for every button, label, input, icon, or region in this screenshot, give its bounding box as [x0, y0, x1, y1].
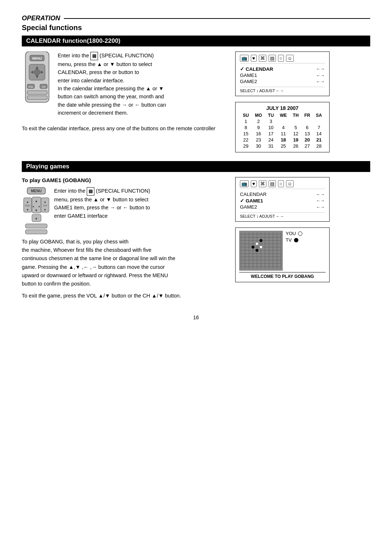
gobang-board-svg [239, 231, 283, 271]
gobang-text5: upward or downward or leftward or rightw… [22, 271, 224, 280]
menu-panel-icons: 📺 ♥ ⌘ ▤ ○ ☺ [240, 55, 325, 63]
col-th: TH [290, 112, 302, 118]
gobang-inner: YOU TV [239, 231, 326, 271]
col-tu: TU [265, 112, 277, 118]
calendar-menu-item-calendar: ✓ CALENDAR ←→ [240, 66, 325, 72]
remote-icon-calendar: MENU VOL CH [22, 52, 53, 106]
games-icon-settings: ⌘ [259, 180, 266, 187]
cal-11: 11 [277, 131, 290, 137]
calendar-menu-panel: 📺 ♥ ⌘ ▤ ○ ☺ ✓ CALENDAR ←→ GAME1 ←→ GAME2… [235, 52, 330, 96]
special-functions-title: Special functions [22, 24, 370, 32]
games-icon-signal: ♥ [251, 180, 257, 187]
cal-7: 7 [313, 124, 325, 131]
games-game1-arrow: ←→ [316, 198, 325, 203]
icon-info: ○ [278, 55, 284, 62]
calendar-row-5: 29 30 31 25 26 27 28 [240, 143, 325, 149]
svg-text:VOL: VOL [25, 204, 31, 207]
operation-title: OPERATION [22, 15, 60, 22]
games-menu-icons: 📺 ♥ ⌘ ▤ ○ ☺ [240, 180, 325, 189]
gobang-you-row: YOU [286, 231, 302, 236]
calendar-exit-text: To exit the calendar interface, press an… [22, 124, 224, 132]
svg-rect-33 [25, 230, 47, 234]
svg-rect-14 [27, 96, 47, 99]
games-calendar-label: CALENDAR [240, 192, 267, 197]
calendar-row-2: 8 9 10 4 5 6 7 [240, 124, 325, 131]
calendar-arrow-text: the date while pressing the → or ← butto… [58, 101, 224, 109]
menu-press-text: menu, press the ▲ or ▼ button to select [58, 60, 224, 68]
gobang-welcome: WELCOME TO PLAY GOBANG [239, 272, 326, 279]
svg-text:▼: ▼ [35, 209, 38, 212]
cal-13: 13 [302, 131, 313, 137]
calendar-instructions: Enter into the ▤ (SPECIAL FUNCTION) menu… [58, 52, 224, 117]
enter-calendar-text: enter into calendar interface. [58, 77, 224, 85]
calendar-row-3: 15 16 17 11 12 13 14 [240, 131, 325, 137]
gobang-you-piece [298, 231, 302, 236]
calendar-section-content: MENU VOL CH [22, 52, 370, 152]
cal-3: 3 [265, 118, 277, 124]
cal-1: 1 [240, 118, 252, 124]
gobang-text4: game. Pressing the ▲,▼ ,← ,→ buttons can… [22, 263, 224, 271]
games-game1-label: ✓ GAME1 [240, 198, 263, 204]
calendar-item-arrow: ←→ [316, 66, 325, 71]
svg-text:▼: ▼ [26, 208, 29, 212]
col-fr: FR [302, 112, 313, 118]
gobang-info: YOU TV [286, 231, 302, 243]
cal-27: 27 [302, 143, 313, 149]
sf-label-game: (SPECIAL FUNCTION) [94, 188, 150, 194]
game2-item-arrow: ←→ [316, 79, 325, 84]
calendar-right: 📺 ♥ ⌘ ▤ ○ ☺ ✓ CALENDAR ←→ GAME1 ←→ GAME2… [235, 52, 370, 152]
exit-game-text-content: To exit the game, press the VOL ▲/▼ butt… [22, 293, 181, 299]
cal-31: 31 [265, 143, 277, 149]
game-item-text: GAME1 item, press the → or ← button to [54, 204, 224, 212]
gobang-description: To play GOBANG, that is, you play chess … [22, 238, 224, 288]
sf-icon-game: ▤ [87, 187, 94, 196]
cal-empty3 [302, 118, 313, 124]
svg-text:▼: ▼ [44, 208, 46, 212]
svg-text:CH: CH [43, 204, 47, 207]
sf-icon-calendar: ▤ [90, 52, 98, 60]
operation-line [64, 18, 370, 19]
cal-21: 21 [313, 137, 325, 143]
games-icon-special: ▤ [269, 180, 276, 187]
gobang-subsection-title: To play GAME1 (GOBANG) [22, 177, 224, 183]
svg-text:CH: CH [42, 86, 45, 88]
games-calendar-arrow: ←→ [316, 192, 325, 197]
calendar-menu-item-game1: GAME1 ←→ [240, 72, 325, 78]
cal-16: 16 [252, 131, 265, 137]
svg-text:MENU: MENU [32, 57, 42, 60]
calendar-menu-footer: SELECT ↕ ADJUST ←→ [240, 87, 325, 93]
exit-game-text: To exit the game, press the VOL ▲/▼ butt… [22, 292, 224, 300]
cal-26: 26 [290, 143, 302, 149]
calendar-section-bar: CALENDAR function(1800-2200) [22, 36, 370, 46]
svg-text:MENU: MENU [31, 189, 41, 193]
cal-20: 20 [302, 137, 313, 143]
game-instructions: Enter into the ▤ (SPECIAL FUNCTION) menu… [54, 187, 224, 230]
cal-8: 8 [240, 124, 252, 131]
games-icon-tv: 📺 [240, 180, 249, 187]
calendar-table: SU MO TU WE TH FR SA 1 2 3 [240, 112, 325, 149]
col-mo: MO [252, 112, 265, 118]
calendar-row-4: 22 23 24 18 19 20 21 [240, 137, 325, 143]
cal-9: 9 [252, 124, 265, 131]
games-section: Playing games To play GAME1 (GOBANG) MEN… [22, 161, 370, 300]
cal-empty4 [313, 118, 325, 124]
game-enter-text: Enter into the [54, 188, 87, 194]
games-menu-panel: 📺 ♥ ⌘ ▤ ○ ☺ CALENDAR ←→ ✓ GAME1 ←→ GAME2 [235, 177, 330, 222]
games-menu-item-game2: GAME2 ←→ [240, 204, 325, 210]
cal-4: 4 [277, 124, 290, 131]
cal-2: 2 [252, 118, 265, 124]
svg-point-59 [256, 249, 258, 252]
gobang-text3: continuous chessmen at the same line or … [22, 254, 224, 263]
games-menu-item-calendar: CALENDAR ←→ [240, 191, 325, 197]
cal-15: 15 [240, 131, 252, 137]
icon-tv: 📺 [240, 55, 249, 62]
col-sa: SA [313, 112, 325, 118]
sf-label-calendar: (SPECIAL FUNCTION) [98, 53, 154, 58]
cal-5: 5 [290, 124, 302, 131]
cal-29: 29 [240, 143, 252, 149]
col-su: SU [240, 112, 252, 118]
games-menu-item-game1: ✓ GAME1 ←→ [240, 197, 325, 204]
calendar-date-title: JULY 18 2007 [240, 105, 325, 111]
svg-point-4 [34, 69, 40, 75]
games-game2-arrow: ←→ [316, 205, 325, 210]
